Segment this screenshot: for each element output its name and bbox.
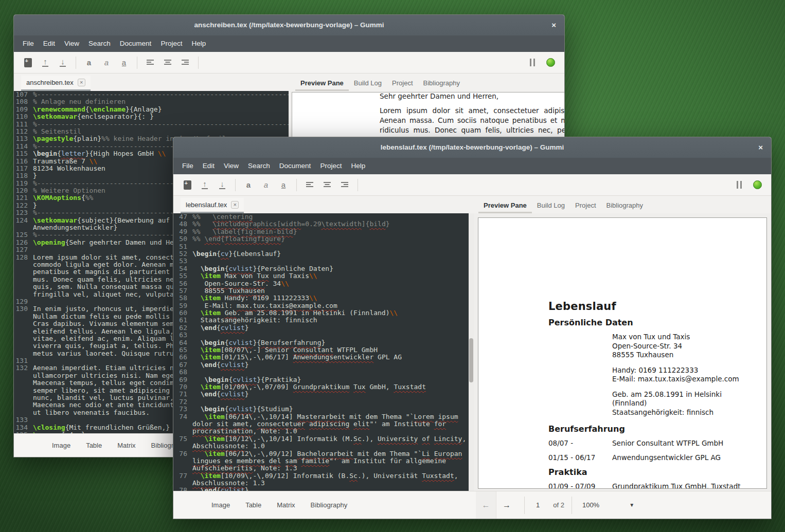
menu-item-edit[interactable]: Edit [198, 158, 219, 174]
code-row: 67 \end{cvlist} [173, 361, 474, 369]
scrollbar-thumb[interactable] [469, 338, 473, 382]
line-number: 114 [14, 143, 31, 150]
align-center-icon [164, 59, 172, 66]
snippet-button-matrix[interactable]: Matrix [117, 442, 135, 449]
preview-tab-preview-pane[interactable]: Preview Pane [295, 79, 349, 91]
snippet-button-table[interactable]: Table [86, 442, 102, 449]
align-right-icon [181, 59, 189, 66]
window-title: anschreiben.tex (/tmp/latex-bewerbung-vo… [14, 15, 564, 35]
code-row: 57 88555 Tuxhausen [173, 287, 474, 295]
cv-entry-date: 01/15 - 06/17 [548, 453, 612, 463]
cv-entry-row: 01/09 - 07/09Grundpraktikum Tux GmbH, Tu… [548, 482, 751, 489]
open-button[interactable]: ↑ [196, 177, 213, 193]
pause-preview-button[interactable] [530, 59, 535, 66]
upload-icon: ↑ [202, 180, 208, 189]
tab-close-icon[interactable]: × [78, 79, 85, 86]
menu-item-search[interactable]: Search [243, 158, 275, 174]
preview-pane: Lebenslauf Persönliche Daten Max von Tux… [474, 213, 771, 491]
line-number: 65 [173, 346, 191, 354]
menu-item-file[interactable]: File [18, 35, 39, 52]
zoom-dropdown-icon[interactable]: ▼ [629, 502, 634, 508]
menu-item-help[interactable]: Help [346, 158, 370, 174]
snippet-button-bibliography[interactable]: Bibliography [311, 501, 348, 509]
menu-item-view[interactable]: View [60, 35, 84, 52]
line-number: 125 [14, 231, 31, 239]
open-button[interactable]: ↑ [37, 55, 54, 70]
preview-tab-bibliography[interactable]: Bibliography [418, 79, 466, 91]
menu-item-project[interactable]: Project [156, 35, 187, 52]
snippet-button-image[interactable]: Image [211, 501, 230, 509]
code-row: 76 \item[06/12\,-\,09/12] Bachelorarbeit… [173, 450, 474, 457]
titlebar[interactable]: anschreiben.tex (/tmp/latex-bewerbung-vo… [14, 15, 564, 35]
align-center-button[interactable] [318, 177, 336, 193]
code-row: procrastination, Note: 1.0 [173, 428, 474, 435]
line-number: 63 [173, 332, 191, 339]
menu-item-view[interactable]: View [219, 158, 243, 174]
menu-item-document[interactable]: Document [275, 158, 316, 174]
letter-line: Sehr geehrter Damen und Herren, [380, 92, 564, 101]
align-right-button[interactable] [336, 177, 353, 193]
page-number[interactable]: 1 [536, 501, 540, 509]
editor-scrollbar[interactable] [469, 213, 474, 491]
save-button[interactable]: ↓ [54, 55, 72, 70]
line-number: 77 [173, 472, 191, 480]
compile-status-led [753, 180, 762, 189]
close-icon[interactable]: × [551, 15, 556, 35]
align-left-button[interactable] [301, 177, 318, 193]
cv-entry-date: 08/07 - [548, 439, 612, 448]
document-tab[interactable]: lebenslauf.tex × [181, 198, 244, 213]
cv-section-heading: Berufserfahrung [548, 424, 751, 434]
line-number [14, 335, 31, 342]
line-number: 73 [173, 406, 191, 413]
code-row: 59 E-Mail: max.tux.taxis@example.com [173, 302, 474, 309]
menu-item-file[interactable]: File [177, 158, 198, 174]
bold-button[interactable]: a [80, 55, 98, 70]
preview-tab-build-log[interactable]: Build Log [532, 201, 570, 213]
line-number: 52 [173, 250, 191, 258]
italic-button[interactable]: a [98, 55, 115, 70]
cv-entry-row: 01/15 - 06/17Anwendungsentwickler GPL AG [548, 453, 751, 463]
bold-button[interactable]: a [240, 177, 257, 193]
toolbar-separator [137, 57, 137, 69]
align-right-button[interactable] [176, 55, 194, 70]
snippet-button-table[interactable]: Table [245, 501, 261, 509]
menu-item-document[interactable]: Document [115, 35, 156, 52]
menu-item-project[interactable]: Project [315, 158, 346, 174]
preview-tab-preview-pane[interactable]: Preview Pane [478, 201, 532, 213]
preview-tab-project[interactable]: Project [387, 79, 418, 91]
snippet-button-matrix[interactable]: Matrix [277, 501, 295, 509]
menu-item-edit[interactable]: Edit [39, 35, 60, 52]
close-icon[interactable]: × [758, 137, 763, 158]
line-number: 70 [173, 383, 191, 391]
document-tab[interactable]: anschreiben.tex × [21, 76, 91, 91]
underline-icon: a [122, 58, 126, 67]
zoom-level[interactable]: 100% [582, 501, 599, 509]
preview-tab-build-log[interactable]: Build Log [349, 79, 387, 91]
align-center-button[interactable] [159, 55, 176, 70]
underline-button[interactable]: a [275, 177, 292, 193]
code-editor[interactable]: 47%% \centering48%% \includegraphics[wid… [173, 213, 474, 491]
underline-button[interactable]: a [115, 55, 133, 70]
line-number [14, 276, 31, 283]
new-document-button[interactable] [179, 177, 196, 193]
titlebar[interactable]: lebenslauf.tex (/tmp/latex-bewerbung-vor… [173, 137, 771, 158]
align-left-button[interactable] [141, 55, 159, 70]
line-number [173, 480, 191, 487]
preview-tabs: Preview PaneBuild LogProjectBibliography [478, 196, 648, 213]
preview-tab-bibliography[interactable]: Bibliography [601, 201, 649, 213]
save-button[interactable]: ↓ [213, 177, 231, 193]
align-right-icon [341, 181, 349, 188]
prev-page-button[interactable]: ← [476, 491, 496, 519]
menu-item-help[interactable]: Help [187, 35, 210, 52]
italic-button[interactable]: a [257, 177, 275, 193]
tab-close-icon[interactable]: × [231, 201, 239, 209]
line-number [14, 268, 31, 276]
snippet-button-image[interactable]: Image [52, 442, 70, 449]
new-document-button[interactable] [19, 55, 37, 70]
underline-icon: a [281, 180, 286, 189]
line-number: 120 [14, 187, 31, 194]
pause-preview-button[interactable] [737, 181, 742, 189]
next-page-button[interactable]: → [496, 501, 517, 510]
preview-tab-project[interactable]: Project [570, 201, 601, 213]
menu-item-search[interactable]: Search [84, 35, 115, 52]
